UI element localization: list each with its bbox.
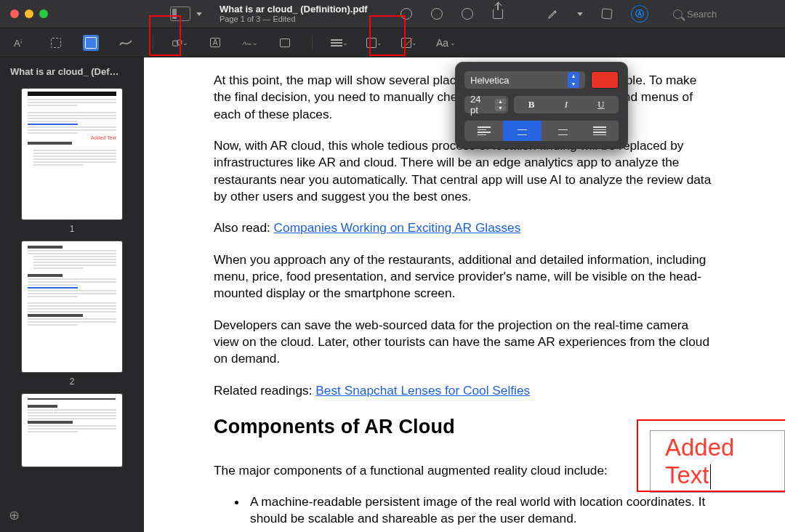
list-item: A machine-readable persistent image of t… [247, 493, 715, 528]
add-page-button[interactable]: ⊕ [6, 504, 138, 526]
rotate-icon[interactable] [600, 7, 613, 20]
bold-italic-underline-group: B I U [514, 96, 619, 113]
thumbnail-page-3[interactable] [22, 394, 122, 467]
thumbnail-sidebar: What is ar cloud_ (Def… Added Text 1 [0, 57, 144, 532]
thumb-added-text-preview: Added Text [22, 135, 122, 140]
title-block: What is ar cloud_ (Definition).pdf Page … [220, 4, 368, 23]
heading-components: Components of AR Cloud [214, 414, 715, 440]
added-text-annotation[interactable]: Added Text [650, 430, 785, 493]
underline-button[interactable]: U [584, 96, 619, 113]
window-controls [10, 9, 48, 18]
align-center-button[interactable] [503, 121, 542, 141]
italic-button[interactable]: I [549, 96, 584, 113]
text-color-swatch[interactable] [591, 71, 619, 89]
share-icon[interactable] [491, 7, 504, 20]
align-right-button[interactable] [542, 121, 580, 141]
shapes-tool[interactable]: ⌄ [172, 35, 188, 51]
close-window[interactable] [10, 9, 19, 18]
zoom-in-icon[interactable] [461, 7, 474, 20]
font-size-value: 24 pt [470, 94, 491, 116]
paragraph: The major components of a functional aug… [214, 462, 715, 479]
text-tool[interactable]: A [207, 35, 223, 51]
font-size-field[interactable]: 24 pt ▲▼ [464, 96, 508, 113]
align-justify-button[interactable] [580, 121, 619, 141]
text-align-group [464, 121, 619, 141]
text-select-tool[interactable]: A̲ⁱ [13, 35, 29, 51]
rectangular-selection-tool[interactable] [48, 35, 64, 51]
text-style-tool[interactable]: Aa⌄ [436, 37, 456, 49]
added-text-value: Added Text [665, 434, 734, 488]
window-subtitle: Page 1 of 3 — Edited [220, 15, 368, 23]
page-number-2: 2 [6, 376, 138, 387]
text-style-popover: Helvetica ▲▼ 24 pt ▲▼ B I U [456, 63, 627, 148]
fullscreen-window[interactable] [39, 9, 48, 18]
redact-tool[interactable] [83, 35, 99, 51]
note-tool[interactable] [277, 35, 293, 51]
highlight-dropdown-caret[interactable] [577, 12, 583, 16]
size-stepper[interactable]: ▲▼ [495, 99, 506, 111]
sidebar-dropdown-caret[interactable] [196, 12, 202, 16]
titlebar: What is ar cloud_ (Definition).pdf Page … [0, 0, 785, 28]
markup-toggle-icon[interactable]: Ⓐ [631, 5, 648, 23]
text-cursor [710, 464, 711, 489]
info-icon[interactable] [400, 7, 413, 20]
sidebar-toggle-icon[interactable] [170, 7, 190, 21]
thumbnail-page-1[interactable]: Added Text [22, 89, 122, 219]
toolbar-right: Ⓐ Search [400, 5, 775, 23]
paragraph: Also read: Companies Working on Exciting… [214, 219, 715, 236]
font-family-value: Helvetica [470, 75, 509, 86]
sidebar-doc-title: What is ar cloud_ (Def… [6, 63, 138, 81]
border-style-tool[interactable]: ⌄ [331, 35, 347, 51]
minimize-window[interactable] [25, 9, 33, 18]
search-icon [673, 9, 683, 19]
fill-color-tool[interactable]: ⌄ [401, 35, 417, 51]
border-color-tool[interactable]: ⌄ [366, 35, 382, 51]
page-number-1: 1 [6, 224, 138, 234]
window-title: What is ar cloud_ (Definition).pdf [220, 4, 368, 15]
components-list: A machine-readable persistent image of t… [247, 493, 715, 532]
font-family-select[interactable]: Helvetica ▲▼ [464, 71, 585, 89]
search-field[interactable]: Search [666, 7, 775, 22]
bold-button[interactable]: B [514, 96, 549, 113]
label: Also read: [214, 220, 274, 235]
sign-tool[interactable]: ⌄ [242, 35, 258, 51]
paragraph: When you approach any of the restaurants… [214, 251, 715, 302]
zoom-out-icon[interactable] [430, 7, 443, 20]
link-ar-glasses[interactable]: Companies Working on Exciting AR Glasses [274, 220, 521, 235]
markup-toolbar: A̲ⁱ ⌄ A ⌄ ⌄ ⌄ ⌄ Aa⌄ [0, 28, 785, 57]
svg-text:A̲ⁱ: A̲ⁱ [14, 38, 22, 48]
paragraph: Related readings: Best Snapchat Lenses f… [214, 382, 715, 399]
link-snapchat-lenses[interactable]: Best Snapchat Lenses for Cool Selfies [315, 383, 530, 398]
align-left-button[interactable] [464, 121, 503, 141]
thumbnail-page-2[interactable] [22, 241, 122, 372]
search-placeholder: Search [687, 9, 717, 20]
paragraph: Developers can save the web-sourced data… [214, 317, 715, 368]
label: Related readings: [214, 383, 315, 398]
select-stepper-icon: ▲▼ [568, 72, 579, 88]
highlight-icon[interactable] [547, 7, 560, 20]
sketch-tool[interactable] [118, 35, 134, 51]
